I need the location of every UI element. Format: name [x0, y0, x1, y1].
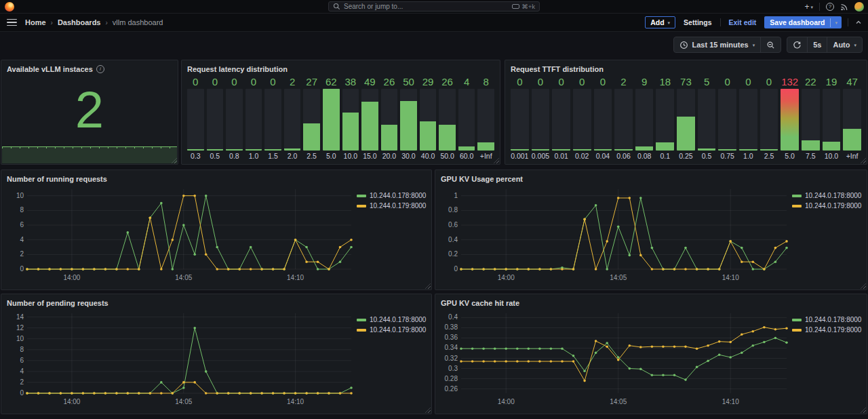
grafana-logo-icon[interactable] [5, 2, 14, 12]
bar-gauge: 00.300.500.801.001.522.0272.5625.03810.0… [187, 75, 494, 160]
bar-track [698, 89, 716, 151]
bar-axis-label: +Inf [843, 151, 861, 160]
data-point [149, 392, 152, 395]
panel-resize-handle[interactable] [494, 158, 499, 163]
legend-item[interactable]: 10.244.0.178:8000 [792, 316, 861, 323]
panel-title[interactable]: Request latency distribution [187, 64, 494, 74]
data-point [260, 268, 263, 271]
info-icon[interactable]: i [96, 65, 104, 73]
data-point [741, 260, 743, 263]
menu-icon[interactable] [7, 19, 17, 26]
legend-item[interactable]: 10.244.0.178:8000 [357, 192, 426, 199]
add-panel-button[interactable]: Add ▾ [645, 16, 675, 28]
data-point [82, 268, 85, 271]
legend-item[interactable]: 10.244.0.179:8000 [792, 202, 861, 210]
bar-value-label: 0 [739, 75, 757, 89]
bar-2.5: 02.5 [760, 75, 778, 160]
keyboard-shortcut-hint: ⌘+k [512, 3, 535, 10]
legend-item[interactable]: 10.244.0.178:8000 [792, 192, 861, 199]
data-point [305, 392, 308, 395]
refresh-button[interactable] [787, 37, 807, 52]
bar-value-label: 18 [656, 75, 674, 89]
bar-gauge: 00.00100.00500.0100.0200.0420.0690.08180… [511, 75, 861, 160]
bar-axis-label: 0.02 [573, 151, 591, 160]
panel-title[interactable]: GPU KV cache hit rate [441, 298, 861, 308]
data-point [561, 268, 564, 271]
bar-value-label: 0 [207, 75, 224, 89]
bar-value-label: 38 [342, 75, 359, 89]
x-axis-tick-label: 14:00 [63, 274, 80, 281]
bar-value-label: 22 [802, 75, 820, 89]
panel-available-instances: Available vLLM instaces i 2 [1, 60, 178, 165]
bar-value-label: 0 [264, 75, 281, 89]
refresh-interval-label[interactable]: 5s [807, 37, 827, 52]
collapse-toolbar-button[interactable] [854, 18, 863, 26]
data-point [48, 392, 51, 395]
help-icon[interactable]: ? [826, 3, 834, 11]
y-axis-tick-label: 0 [454, 265, 458, 273]
bar-track [781, 89, 799, 151]
search-input[interactable]: Search or jump to... ⌘+k [328, 1, 540, 12]
zoom-out-icon [766, 41, 775, 49]
y-axis-tick-label: 6 [20, 221, 24, 228]
panel-title[interactable]: Available vLLM instaces i [7, 64, 172, 74]
bar-+Inf: 8+Inf [477, 75, 494, 160]
data-point [595, 351, 597, 354]
breadcrumb-dashboards[interactable]: Dashboards [58, 18, 101, 26]
bar-value-label: 73 [677, 75, 695, 89]
data-point [639, 368, 642, 371]
user-avatar[interactable] [854, 2, 864, 12]
auto-refresh-picker[interactable]: Auto ▾ [827, 37, 862, 52]
chart-canvas[interactable]: 00.20.40.60.8114:0014:0514:10 [441, 184, 792, 287]
time-range-picker[interactable]: Last 15 minutes ▾ [674, 37, 761, 52]
bar-track [187, 89, 204, 151]
search-icon [333, 3, 340, 10]
legend-item[interactable]: 10.244.0.179:8000 [357, 326, 426, 334]
data-point [752, 344, 755, 347]
bar-value-label: 27 [303, 75, 320, 89]
series-line [461, 338, 787, 380]
data-point [26, 268, 28, 271]
legend-item[interactable]: 10.244.0.178:8000 [357, 316, 426, 323]
panel-title[interactable]: GPU KV Usage percent [441, 174, 861, 184]
panel-title[interactable]: Number of pending requests [7, 298, 426, 308]
bar-20.0: 2620.0 [381, 75, 398, 160]
bar-value-label: 5 [698, 75, 716, 89]
add-new-button[interactable]: + ▾ [804, 2, 813, 12]
legend-item[interactable]: 10.244.0.179:8000 [792, 326, 861, 334]
bar-fill [698, 148, 716, 151]
legend-series-label: 10.244.0.178:8000 [805, 192, 861, 199]
panel-resize-handle[interactable] [861, 158, 866, 163]
chart-canvas[interactable]: 024681014:0014:0514:10 [7, 184, 357, 287]
data-point [305, 246, 308, 249]
data-point [516, 268, 519, 271]
zoom-out-time-button[interactable] [760, 37, 781, 52]
breadcrumb-home[interactable]: Home [25, 18, 46, 26]
bar-30.0: 5030.0 [400, 75, 417, 160]
bar-axis-label: 0.001 [511, 151, 529, 160]
exit-edit-button[interactable]: Exit edit [727, 17, 759, 28]
data-point [684, 345, 687, 348]
news-icon[interactable] [840, 3, 848, 11]
x-axis-tick-label: 14:05 [610, 274, 627, 281]
bar-fill [226, 149, 243, 151]
chart-canvas[interactable]: 0246810121414:0014:0514:10 [7, 308, 357, 411]
chart-canvas[interactable]: 0.260.280.30.320.340.360.380.414:0014:05… [441, 308, 792, 411]
data-point [696, 366, 698, 369]
panel-title[interactable]: Number of running requests [7, 174, 426, 184]
data-point [216, 246, 218, 249]
legend-item[interactable]: 10.244.0.179:8000 [357, 202, 426, 210]
legend-series-label: 10.244.0.178:8000 [370, 192, 426, 199]
save-dashboard-button[interactable]: Save dashboard ▾ [764, 16, 842, 28]
bar-axis-label: 1.0 [739, 151, 757, 160]
panel-title[interactable]: Request TTFT distribution [511, 64, 861, 74]
data-point [104, 392, 107, 395]
bar-axis-label: 0.3 [187, 151, 204, 160]
bar-value-label: 0 [760, 75, 778, 89]
data-point [606, 268, 608, 271]
settings-button[interactable]: Settings [682, 17, 713, 28]
panel-gpu-kv-usage: GPU KV Usage percent 00.20.40.60.8114:00… [435, 169, 867, 290]
data-point [550, 268, 553, 271]
bar-axis-label: 0.5 [207, 151, 224, 160]
bar-fill [760, 149, 778, 151]
